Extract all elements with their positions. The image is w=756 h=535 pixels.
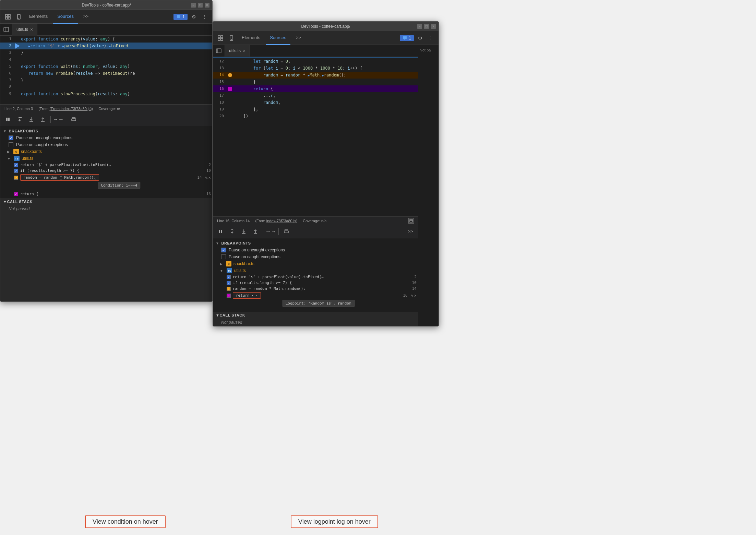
svg-rect-8: [6, 118, 8, 121]
utils-file-icon-1: TS: [14, 156, 20, 161]
continue-btn-2[interactable]: →→: [266, 227, 276, 236]
inspect-icon[interactable]: [3, 12, 13, 22]
chat-badge-1[interactable]: 1: [173, 14, 188, 20]
edit-bp-icon-1[interactable]: ✎: [205, 175, 208, 180]
edit-logpoint-icon-2[interactable]: ✎: [411, 293, 413, 298]
close-button-1[interactable]: ×: [205, 3, 209, 8]
file-tab-utils-2[interactable]: utils.ts ×: [225, 45, 250, 57]
main-toolbar-1: Elements Sources >> 1 ⚙ ⋮: [0, 10, 212, 24]
svg-rect-3: [8, 17, 10, 19]
window-titlebar-1: DevTools - coffee-cart.app/ － □ ×: [0, 0, 212, 10]
svg-rect-24: [284, 231, 288, 233]
more-debug-btn-2[interactable]: >>: [406, 227, 415, 236]
execution-arrow-1: [15, 43, 20, 49]
step-into-btn-2[interactable]: [239, 227, 249, 236]
step-out-btn-2[interactable]: [251, 227, 260, 236]
maximize-button-1[interactable]: □: [198, 3, 203, 8]
pause-uncaught-cb-2[interactable]: ✓: [221, 248, 226, 252]
continue-btn-1[interactable]: →→: [53, 115, 63, 124]
pause-caught-row-2: Pause on caught exceptions: [213, 253, 418, 260]
device-icon[interactable]: [14, 12, 24, 22]
not-paused-right: Not pa: [420, 48, 431, 52]
pause-caught-cb-1[interactable]: [9, 142, 13, 147]
bp-cb-2-4[interactable]: ✓: [227, 294, 231, 298]
settings-icon-2[interactable]: ⚙: [415, 33, 425, 43]
sidebar-toggle-2[interactable]: [213, 45, 225, 57]
annotation-view-logpoint: View logpoint log on hover: [291, 515, 378, 528]
step-over-btn-2[interactable]: [227, 227, 237, 236]
tab-elements-2[interactable]: Elements: [238, 31, 264, 45]
sidebar-toggle-1[interactable]: [0, 24, 12, 36]
bp-cb-1-2[interactable]: ✓: [14, 169, 18, 173]
tab-more-1[interactable]: >>: [79, 10, 93, 24]
delete-logpoint-icon-2[interactable]: ×: [414, 293, 417, 298]
bp-cb-2-2[interactable]: ✓: [227, 281, 231, 285]
bp-cb-2-1[interactable]: ✓: [227, 275, 231, 279]
close-button-2[interactable]: ×: [431, 24, 436, 29]
deactivate-btn-2[interactable]: [281, 227, 291, 236]
bp-file-snackbar-1[interactable]: ▶ ◇ snackbar.ts: [0, 148, 212, 155]
source-link-2[interactable]: index-73f73a80.js: [266, 219, 296, 223]
step-over-btn-1[interactable]: [15, 115, 24, 124]
pause-btn-2[interactable]: [216, 227, 225, 236]
devtools-window-1: DevTools - coffee-cart.app/ － □ × Elemen…: [0, 0, 213, 302]
bp-item-1-2: ✓ if (results.length >= 7) { 10: [0, 168, 212, 174]
inspect-icon-2[interactable]: [216, 33, 225, 43]
step-out-btn-1[interactable]: [38, 115, 48, 124]
from-file-2: (From index-73f73a80.js): [255, 219, 297, 223]
code-editor-2: 12 let random = 0; 13 for (let i = 0; i …: [213, 57, 418, 216]
status-bar-1: Line 2, Column 3 (From (From index-73f73…: [0, 104, 212, 112]
snackbar-file-icon-2: ◇: [226, 261, 231, 266]
bp-file-utils-2[interactable]: ▼ TS utils.ts: [213, 267, 418, 274]
minimize-button-1[interactable]: －: [191, 3, 196, 8]
condition-box-1: random = random * Math.random();: [20, 174, 99, 181]
more-options-icon-1[interactable]: ⋮: [200, 12, 209, 22]
file-tabbar-2: utils.ts ×: [213, 45, 418, 57]
condition-tooltip-1: Condition: i===4: [98, 182, 140, 189]
step-into-btn-1[interactable]: [26, 115, 36, 124]
file-tab-close-2[interactable]: ×: [243, 48, 245, 54]
bp-file-snackbar-2[interactable]: ▶ ◇ snackbar.ts: [213, 260, 418, 267]
callstack-section-1: ▼ Call Stack Not paused: [0, 198, 212, 213]
file-tab-utils-1[interactable]: utils.ts ×: [12, 24, 37, 36]
bp-chevron-2: ▼: [216, 241, 219, 245]
file-tab-close-1[interactable]: ×: [30, 27, 33, 32]
bp-item-1-4: ✓ return { 16: [0, 191, 212, 197]
svg-rect-13: [218, 38, 220, 40]
tab-sources-2[interactable]: Sources: [266, 31, 290, 45]
delete-bp-icon-1[interactable]: ×: [208, 175, 211, 180]
callstack-header-2[interactable]: ▼ Call Stack: [213, 312, 418, 319]
tab-sources-1[interactable]: Sources: [53, 10, 78, 24]
callstack-header-1[interactable]: ▼ Call Stack: [0, 198, 212, 205]
more-options-icon-2[interactable]: ⋮: [426, 33, 436, 43]
pause-uncaught-row-2: ✓ Pause on uncaught exceptions: [213, 247, 418, 253]
line-col-1: Line 2, Column 3: [4, 107, 33, 111]
debug-sep-3: [263, 228, 263, 235]
breakpoints-header-2[interactable]: ▼ Breakpoints: [213, 240, 418, 247]
logpoint-tooltip-2: Logpoint: 'Random is', random: [283, 300, 355, 307]
deactivate-btn-1[interactable]: [69, 115, 79, 124]
chat-badge-2[interactable]: 1: [400, 35, 414, 41]
code-line-1: 1 export function currency(value: any) {: [0, 36, 212, 43]
bp-cb-1-3[interactable]: ✓: [14, 176, 18, 180]
code-line-17: 17 ...r,: [213, 92, 418, 99]
bp-file-utils-1[interactable]: ▼ TS utils.ts: [0, 155, 212, 162]
minimize-button-2[interactable]: －: [417, 24, 422, 29]
pause-caught-cb-2[interactable]: [221, 254, 226, 259]
tab-elements-1[interactable]: Elements: [25, 10, 52, 24]
bp-cb-1-1[interactable]: ✓: [14, 163, 18, 167]
bp-cb-1-4[interactable]: ✓: [14, 192, 18, 196]
pause-btn-1[interactable]: [3, 115, 13, 124]
tab-more-2[interactable]: >>: [292, 31, 305, 45]
maximize-button-2[interactable]: □: [424, 24, 429, 29]
settings-icon-1[interactable]: ⚙: [189, 12, 199, 22]
bp-cb-2-3[interactable]: ✓: [227, 287, 231, 291]
debug-toolbar-1: →→: [0, 112, 212, 126]
breakpoints-header-1[interactable]: ▼ Breakpoints: [0, 128, 212, 134]
device-icon-2[interactable]: [227, 33, 236, 43]
code-line-3: 3 }: [0, 49, 212, 56]
code-line-4: 4: [0, 56, 212, 63]
source-link-1[interactable]: (From index-73f73a80.js): [50, 107, 92, 111]
dock-icon-2[interactable]: [408, 218, 414, 224]
pause-uncaught-cb-1[interactable]: ✓: [9, 135, 13, 140]
